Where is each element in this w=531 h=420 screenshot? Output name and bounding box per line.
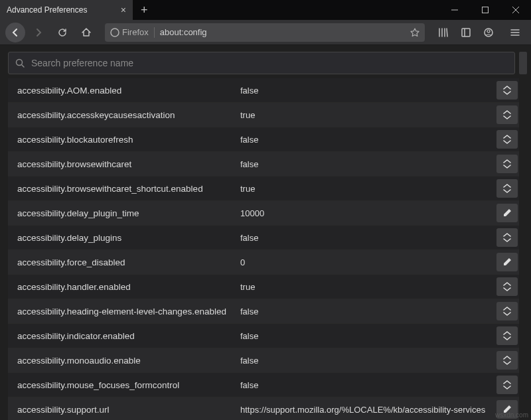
pref-row: accessibility.monoaudio.enablefalse (8, 348, 519, 373)
toggle-button[interactable] (496, 351, 518, 370)
pref-row: accessibility.force_disabled0 (8, 250, 519, 275)
close-window-button[interactable] (500, 0, 531, 20)
toggle-button[interactable] (496, 130, 518, 149)
pref-name: accessibility.mouse_focuses_formcontrol (8, 380, 240, 390)
pref-row: accessibility.delay_pluginsfalse (8, 226, 519, 250)
pref-value: false (240, 380, 496, 390)
pref-name: accessibility.force_disabled (8, 257, 240, 267)
toggle-button[interactable] (496, 81, 518, 100)
reload-button[interactable] (52, 22, 73, 43)
pref-name: accessibility.heading-element-level-chan… (8, 307, 240, 316)
divider (154, 27, 155, 38)
home-button[interactable] (76, 22, 97, 43)
pref-value: 10000 (240, 208, 496, 218)
toggle-button[interactable] (496, 155, 518, 173)
menu-button[interactable] (504, 22, 526, 43)
pref-row: accessibility.browsewithcaret_shortcut.e… (8, 176, 519, 201)
pref-value: false (240, 233, 496, 243)
scrollbar[interactable] (519, 52, 527, 74)
identity-box[interactable]: Firefox (110, 27, 149, 37)
pref-value: true (240, 110, 496, 120)
svg-rect-0 (483, 7, 489, 13)
toggle-button[interactable] (496, 302, 518, 320)
pref-name: accessibility.browsewithcaret (8, 159, 240, 169)
identity-label: Firefox (122, 27, 149, 37)
pref-row: accessibility.handler.enabledtrue (8, 275, 519, 299)
svg-point-6 (17, 60, 23, 66)
account-button[interactable] (478, 22, 499, 43)
search-icon (15, 58, 25, 68)
pref-value: true (240, 282, 496, 292)
toolbar: Firefox about:config (0, 20, 531, 45)
titlebar: Advanced Preferences × + (0, 0, 531, 20)
edit-button[interactable] (496, 204, 518, 222)
content: Search preference name accessibility.AOM… (0, 45, 531, 420)
pref-value: false (240, 356, 496, 366)
pref-name: accessibility.monoaudio.enable (8, 356, 240, 366)
toggle-button[interactable] (496, 277, 518, 296)
pref-row: accessibility.browsewithcaretfalse (8, 152, 519, 176)
pref-name: accessibility.AOM.enabled (8, 86, 240, 96)
pref-name: accessibility.support.url (8, 405, 240, 415)
toggle-button[interactable] (496, 228, 518, 247)
pref-row: accessibility.delay_plugin_time10000 (8, 201, 519, 226)
toggle-button[interactable] (496, 326, 518, 345)
pref-value: 0 (240, 257, 496, 267)
maximize-button[interactable] (470, 0, 500, 20)
close-tab-icon[interactable]: × (121, 5, 126, 15)
firefox-icon (110, 28, 119, 37)
toolbar-right (433, 22, 526, 43)
search-placeholder: Search preference name (31, 58, 133, 68)
svg-rect-2 (462, 29, 470, 36)
minimize-button[interactable] (439, 0, 470, 20)
pref-name: accessibility.browsewithcaret_shortcut.e… (8, 184, 240, 194)
pref-value: false (240, 135, 496, 145)
bookmark-star-icon[interactable] (410, 28, 419, 37)
toggle-button[interactable] (496, 105, 518, 124)
pref-name: accessibility.delay_plugin_time (8, 208, 240, 218)
sidebar-button[interactable] (455, 22, 477, 43)
pref-value: false (240, 86, 496, 96)
pref-value: false (240, 331, 496, 341)
preference-list: accessibility.AOM.enabledfalseaccessibil… (0, 78, 531, 420)
search-input[interactable]: Search preference name (8, 52, 515, 74)
pref-name: accessibility.delay_plugins (8, 233, 240, 243)
pref-name: accessibility.accesskeycausesactivation (8, 110, 240, 120)
tab-title: Advanced Preferences (7, 5, 87, 15)
svg-point-1 (111, 29, 119, 36)
edit-button[interactable] (496, 253, 518, 271)
toggle-button[interactable] (496, 179, 518, 198)
pref-row: accessibility.indicator.enabledfalse (8, 324, 519, 348)
search-row: Search preference name (0, 45, 531, 78)
new-tab-button[interactable]: + (133, 0, 156, 20)
pref-row: accessibility.support.urlhttps://support… (8, 397, 519, 420)
forward-button[interactable] (28, 22, 49, 43)
pref-value: false (240, 307, 496, 316)
library-button[interactable] (433, 22, 454, 43)
url-text: about:config (160, 27, 406, 37)
pref-value: false (240, 159, 496, 169)
pref-row: accessibility.accesskeycausesactivationt… (8, 103, 519, 127)
pref-row: accessibility.AOM.enabledfalse (8, 78, 519, 103)
pref-row: accessibility.blockautorefreshfalse (8, 127, 519, 152)
window-controls (439, 0, 531, 20)
pref-value: true (240, 184, 496, 194)
back-button[interactable] (5, 23, 25, 42)
pref-name: accessibility.blockautorefresh (8, 135, 240, 145)
pref-name: accessibility.indicator.enabled (8, 331, 240, 341)
url-bar[interactable]: Firefox about:config (105, 23, 425, 42)
svg-point-5 (487, 30, 490, 33)
watermark: wsxdn.com (495, 411, 528, 419)
pref-value: https://support.mozilla.org/%LOCALE%/kb/… (240, 405, 496, 415)
browser-tab[interactable]: Advanced Preferences × (0, 0, 133, 20)
toggle-button[interactable] (496, 376, 518, 394)
pref-row: accessibility.mouse_focuses_formcontrolf… (8, 373, 519, 397)
pref-name: accessibility.handler.enabled (8, 282, 240, 292)
pref-row: accessibility.heading-element-level-chan… (8, 299, 519, 324)
